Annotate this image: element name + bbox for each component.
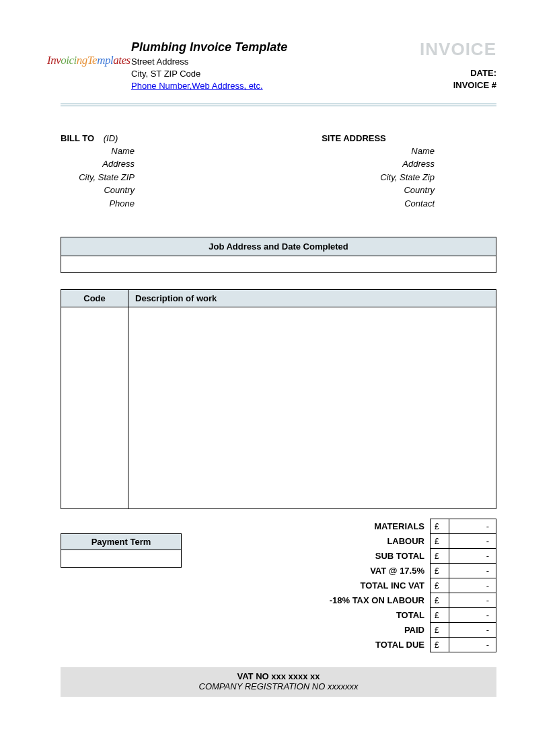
totals-row-currency: £ <box>431 638 449 652</box>
site-country: Country <box>300 184 435 197</box>
bill-to-address: Address <box>61 157 135 171</box>
work-col-code: Code <box>61 290 128 307</box>
logo: InvoicingTemplates <box>47 54 131 67</box>
footer-block: VAT NO xxx xxxx xx COMPANY REGISTRATION … <box>61 667 496 697</box>
totals-row: MATERIALS£- <box>330 519 496 534</box>
work-table: Code Description of work <box>61 289 496 509</box>
work-body-row <box>61 307 496 509</box>
bill-to-block: BILL TO (ID) Name Address City, State ZI… <box>61 133 278 211</box>
totals-row-value: - <box>449 608 496 623</box>
totals-row-currency: £ <box>431 519 449 534</box>
site-address-block: SITE ADDRESS Name Address City, State Zi… <box>278 133 496 211</box>
footer-reg: COMPANY REGISTRATION NO xxxxxxx <box>61 681 496 691</box>
bill-to-country: Country <box>61 184 135 197</box>
work-cell-description <box>128 307 496 509</box>
invoice-number-label: INVOICE # <box>453 79 496 91</box>
totals-row-value: - <box>449 534 496 549</box>
totals-row-currency: £ <box>431 549 449 564</box>
totals-row: TOTAL DUE£- <box>330 638 496 652</box>
totals-block: MATERIALS£-LABOUR£-SUB TOTAL£-VAT @ 17.5… <box>330 519 496 652</box>
totals-row-value: - <box>449 564 496 578</box>
totals-row-label: SUB TOTAL <box>330 549 431 564</box>
totals-row: TOTAL£- <box>330 608 496 623</box>
header-divider <box>61 104 496 106</box>
payment-term-box: Payment Term <box>61 533 182 652</box>
totals-row-value: - <box>449 623 496 638</box>
totals-row-currency: £ <box>431 593 449 608</box>
footer-vat: VAT NO xxx xxxx xx <box>61 671 496 681</box>
company-city: City, ST ZIP Code <box>131 68 496 80</box>
job-box: Job Address and Date Completed <box>61 237 496 273</box>
work-cell-code <box>61 307 128 509</box>
totals-row-label: PAID <box>330 623 431 638</box>
totals-row: SUB TOTAL£- <box>330 549 496 564</box>
totals-row-label: LABOUR <box>330 534 431 549</box>
totals-row-value: - <box>449 549 496 564</box>
bill-to-label: BILL TO <box>61 133 94 143</box>
totals-row: TOTAL INC VAT£- <box>330 578 496 593</box>
job-box-header: Job Address and Date Completed <box>61 237 496 256</box>
site-citystatezip: City, State Zip <box>300 171 435 184</box>
totals-row-currency: £ <box>431 623 449 638</box>
totals-row: PAID£- <box>330 623 496 638</box>
totals-row-currency: £ <box>431 564 449 578</box>
totals-row-label: VAT @ 17.5% <box>330 564 431 578</box>
site-address-label: SITE ADDRESS <box>278 133 496 143</box>
totals-row-currency: £ <box>431 534 449 549</box>
totals-row: VAT @ 17.5%£- <box>330 564 496 578</box>
totals-row-value: - <box>449 578 496 593</box>
totals-row: -18% TAX ON LABOUR£- <box>330 593 496 608</box>
totals-row-label: TOTAL INC VAT <box>330 578 431 593</box>
totals-row-value: - <box>449 519 496 534</box>
job-box-body <box>61 256 496 272</box>
totals-row: LABOUR£- <box>330 534 496 549</box>
invoice-header: InvoicingTemplates Plumbing Invoice Temp… <box>61 40 496 93</box>
addresses-block: BILL TO (ID) Name Address City, State ZI… <box>61 133 496 211</box>
payment-term-header: Payment Term <box>61 533 182 550</box>
totals-row-value: - <box>449 638 496 652</box>
totals-row-currency: £ <box>431 578 449 593</box>
site-address: Address <box>300 157 435 171</box>
totals-row-label: -18% TAX ON LABOUR <box>330 593 431 608</box>
bill-to-citystatezip: City, State ZIP <box>61 171 135 184</box>
site-contact: Contact <box>300 197 435 211</box>
totals-row-label: TOTAL DUE <box>330 638 431 652</box>
work-col-description: Description of work <box>128 290 496 307</box>
site-name: Name <box>300 145 435 158</box>
company-contact-link[interactable]: Phone Number,Web Address, etc. <box>131 81 263 91</box>
date-label: DATE: <box>453 67 496 79</box>
totals-row-label: TOTAL <box>330 608 431 623</box>
totals-row-label: MATERIALS <box>330 519 431 534</box>
payment-term-body <box>61 550 182 568</box>
bill-to-name: Name <box>61 145 135 158</box>
invoice-watermark: INVOICE <box>420 39 496 60</box>
bill-to-phone: Phone <box>61 197 135 211</box>
totals-row-currency: £ <box>431 608 449 623</box>
bill-to-id: (ID) <box>104 133 118 143</box>
totals-row-value: - <box>449 593 496 608</box>
